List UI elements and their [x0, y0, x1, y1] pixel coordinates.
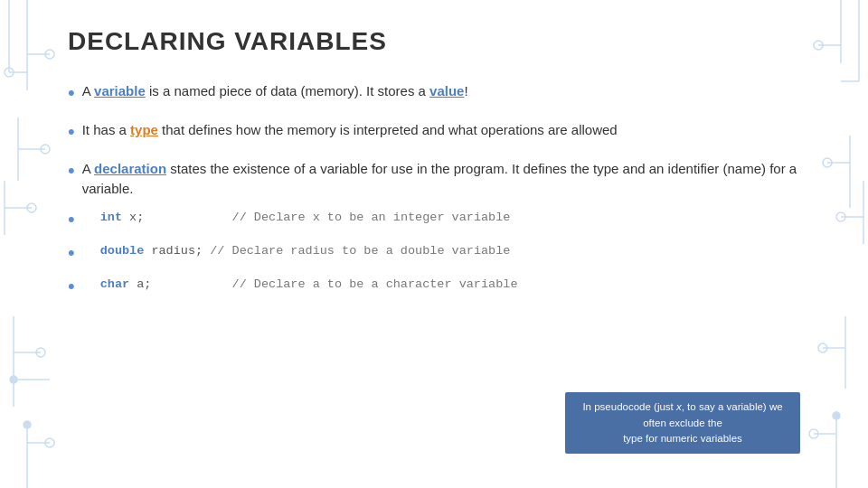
code-line-char: • char a; // Declare a to be a character… — [68, 277, 800, 298]
code-text-int: int x; // Declare x to be an integer var… — [100, 211, 800, 224]
bullet-dot-6: • — [68, 275, 75, 298]
keyword-char: char — [100, 277, 129, 291]
svg-point-17 — [10, 376, 17, 383]
bullet-dot-3: • — [68, 156, 75, 185]
highlight-variable: variable — [94, 83, 146, 99]
bullet-variable: • A variable is a named piece of data (m… — [68, 81, 800, 108]
code-text-char: char a; // Declare a to be a character v… — [100, 277, 800, 291]
pseudocode-box: In pseudocode (just x, to say a variable… — [565, 392, 800, 454]
bullet-declaration: • A declaration states the existence of … — [68, 159, 800, 199]
keyword-int: int — [100, 211, 122, 224]
slide-title: DECLARING VARIABLES — [68, 27, 800, 56]
bullet-dot-1: • — [68, 79, 75, 108]
circuit-left-decoration — [0, 0, 63, 488]
bullet-text-2: It has a type that defines how the memor… — [82, 120, 800, 140]
code-text-double: double radius; // Declare radius to be a… — [100, 244, 800, 258]
pseudocode-text-line2: type for numeric variables — [623, 433, 742, 444]
pseudocode-text-line1: In pseudocode (just x, to say a variable… — [582, 401, 782, 427]
comment-char: // Declare a to be a character variable — [232, 277, 518, 291]
svg-point-39 — [833, 412, 840, 419]
comment-int: // Declare x to be an integer variable — [232, 211, 511, 224]
comment-double: // Declare radius to be a double variabl… — [210, 244, 510, 258]
code-line-double: • double radius; // Declare radius to be… — [68, 244, 800, 265]
bullet-dot-4: • — [68, 208, 75, 231]
code-line-int: • int x; // Declare x to be an integer v… — [68, 211, 800, 231]
bullet-dot-2: • — [68, 117, 75, 146]
highlight-declaration: declaration — [94, 161, 166, 176]
bullet-text-3: A declaration states the existence of a … — [82, 159, 800, 199]
circuit-right-decoration — [805, 0, 868, 488]
bullets-container: • A variable is a named piece of data (m… — [68, 81, 800, 298]
keyword-double: double — [100, 244, 145, 258]
highlight-value: value — [429, 83, 464, 99]
bullet-text-1: A variable is a named piece of data (mem… — [82, 81, 800, 101]
svg-point-21 — [24, 421, 31, 428]
bullet-dot-5: • — [68, 241, 75, 265]
highlight-type: type — [130, 122, 158, 137]
bullet-type: • It has a type that defines how the mem… — [68, 120, 800, 146]
main-content: DECLARING VARIABLES • A variable is a na… — [68, 27, 800, 470]
